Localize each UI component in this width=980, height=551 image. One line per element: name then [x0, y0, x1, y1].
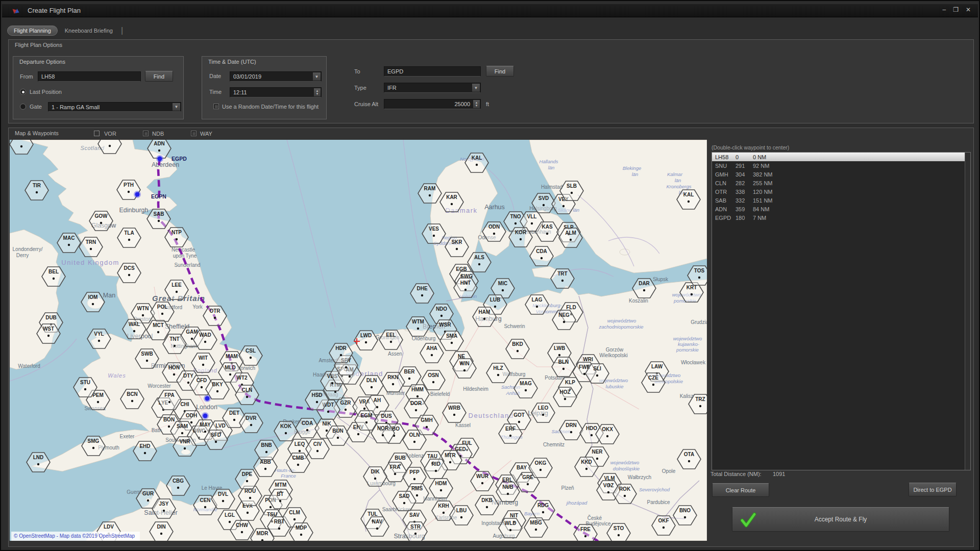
- svg-text:SFD: SFD: [211, 432, 221, 438]
- airport-label: EGPD: [172, 156, 187, 162]
- to-input[interactable]: EGPD: [384, 66, 481, 77]
- svg-text:DAR: DAR: [639, 281, 650, 286]
- svg-text:RDG: RDG: [537, 503, 549, 508]
- svg-text:TRT: TRT: [557, 271, 567, 277]
- svg-text:KAL: KAL: [683, 192, 694, 197]
- waypoint-row-GMH[interactable]: GMH304382 NM: [712, 170, 970, 179]
- svg-text:RID: RID: [431, 461, 440, 467]
- svg-text:LGL: LGL: [225, 512, 235, 518]
- svg-text:NAV: NAV: [372, 519, 383, 524]
- svg-text:BER: BER: [404, 369, 415, 374]
- cruise-alt-input[interactable]: 25000▲▼: [384, 99, 481, 109]
- svg-text:WRI: WRI: [583, 357, 593, 362]
- direct-to-egpd-button[interactable]: Direct to EGPD: [909, 483, 957, 496]
- vor-label: VOR: [104, 131, 116, 137]
- city-label: United Kingdom: [61, 259, 119, 266]
- svg-text:NOR: NOR: [377, 425, 389, 431]
- svg-text:LUB: LUB: [490, 297, 501, 303]
- gate-label: Gate: [30, 104, 42, 110]
- svg-text:AHA: AHA: [426, 345, 437, 351]
- osm-attribution[interactable]: © OpenStreetMap - Map data ©2019 OpenStr…: [11, 532, 140, 541]
- waypoint-list[interactable]: LH5800 NMSNU29192 NMGMH304382 NMCLN28225…: [712, 152, 971, 470]
- svg-text:NEG: NEG: [558, 312, 570, 318]
- map-waypoints-label: Map & Waypoints: [15, 130, 59, 136]
- svg-text:GZR: GZR: [340, 400, 351, 406]
- svg-text:CMB: CMB: [292, 455, 304, 461]
- waypoint-row-SAB[interactable]: SAB332151 NM: [712, 196, 970, 205]
- svg-text:DIN: DIN: [157, 524, 165, 530]
- airport-dot-core: [205, 396, 210, 401]
- time-spinner[interactable]: ▲▼: [314, 88, 321, 96]
- svg-text:ODH: ODH: [186, 413, 197, 418]
- gate-select[interactable]: 1 - Ramp GA Small▼: [48, 102, 181, 112]
- svg-text:LDV: LDV: [104, 524, 114, 530]
- map-canvas[interactable]: ScotlandAberdeenEdinburghGlasgowUnited K…: [10, 140, 707, 541]
- close-button[interactable]: ✕: [966, 6, 971, 13]
- to-find-button[interactable]: Find: [486, 66, 514, 77]
- clear-route-button[interactable]: Clear Route: [712, 483, 769, 497]
- vor-checkbox[interactable]: [94, 131, 100, 136]
- waypoint-row-CLN[interactable]: CLN282255 NM: [712, 179, 970, 187]
- random-datetime-label: Use a Random Date/Time for this flight: [222, 104, 318, 110]
- gate-radio[interactable]: [20, 104, 26, 110]
- svg-text:KAL: KAL: [472, 155, 482, 161]
- city-label: Bielefeld: [430, 391, 450, 397]
- waypoint-row-EGPD[interactable]: EGPD1807 NM: [712, 213, 970, 222]
- svg-text:LVD: LVD: [215, 423, 225, 429]
- svg-text:DPE: DPE: [242, 471, 253, 477]
- svg-text:GMH: GMH: [421, 417, 432, 423]
- way-checkbox[interactable]: [191, 131, 197, 136]
- city-label: län: [632, 171, 639, 177]
- svg-text:WT2: WT2: [236, 375, 248, 381]
- waypoint-row-ADN[interactable]: ADN35984 NM: [712, 205, 970, 213]
- time-input[interactable]: 12:11▲▼: [230, 87, 322, 97]
- type-dropdown-arrow[interactable]: ▼: [472, 84, 480, 92]
- cruise-alt-spinner[interactable]: ▲▼: [473, 100, 480, 108]
- random-datetime-checkbox[interactable]: [213, 104, 219, 109]
- svg-text:BCN: BCN: [127, 391, 138, 397]
- green-check-icon: [740, 511, 757, 529]
- city-label: Waterford: [18, 363, 40, 369]
- waypoint-list-scrollbar[interactable]: [965, 153, 970, 470]
- date-label: Date: [209, 73, 221, 79]
- total-distance-value: 1091: [773, 471, 785, 477]
- svg-text:SAV: SAV: [409, 512, 420, 518]
- maximize-button[interactable]: ❐: [953, 6, 959, 13]
- tab-flight-planning[interactable]: Flight Planning: [7, 26, 58, 36]
- svg-text:BKY: BKY: [212, 382, 223, 387]
- date-dropdown-arrow[interactable]: ▼: [313, 72, 321, 81]
- svg-text:TNT: TNT: [169, 336, 179, 342]
- from-input[interactable]: LH58: [38, 71, 141, 82]
- waypoint-row-OTR[interactable]: OTR338120 NM: [712, 187, 970, 196]
- svg-text:DOR: DOR: [410, 400, 422, 406]
- svg-text:PEM: PEM: [92, 392, 104, 398]
- cruise-alt-label: Cruise Alt: [354, 101, 378, 107]
- accept-route-fly-button[interactable]: Accept Route & Fly: [732, 507, 949, 532]
- svg-text:POL: POL: [157, 304, 168, 310]
- last-position-radio[interactable]: [20, 89, 26, 95]
- svg-text:HMM: HMM: [411, 387, 424, 392]
- svg-text:HDM: HDM: [435, 481, 447, 486]
- svg-text:FRE: FRE: [580, 527, 591, 532]
- svg-text:MAG: MAG: [520, 381, 532, 386]
- type-select[interactable]: IFR▼: [384, 83, 481, 93]
- from-find-button[interactable]: Find: [145, 71, 173, 82]
- svg-text:OLN: OLN: [409, 432, 420, 438]
- svg-text:NIT: NIT: [510, 513, 518, 518]
- waypoint-row-SNU[interactable]: SNU29192 NM: [712, 161, 970, 170]
- waypoint-row-LH58[interactable]: LH5800 NM: [712, 153, 970, 161]
- svg-text:CSL: CSL: [246, 348, 256, 354]
- tab-kneeboard-briefing[interactable]: Kneeboard Briefing: [58, 26, 120, 35]
- svg-text:LND: LND: [33, 455, 44, 460]
- time-date-label: Time & Date (UTC): [208, 59, 256, 65]
- svg-text:HAM: HAM: [479, 309, 491, 315]
- city-label: Londonderry/: [13, 246, 43, 252]
- gate-dropdown-arrow[interactable]: ▼: [173, 103, 180, 111]
- minimize-button[interactable]: –: [942, 6, 946, 13]
- svg-text:MAC: MAC: [63, 235, 75, 241]
- city-label: lubuskie: [606, 384, 624, 389]
- city-label: Plzeň: [561, 485, 574, 491]
- date-input[interactable]: 03/01/2019▼: [230, 71, 322, 82]
- ndb-checkbox[interactable]: [143, 131, 149, 136]
- svg-text:WIN: WIN: [459, 361, 469, 366]
